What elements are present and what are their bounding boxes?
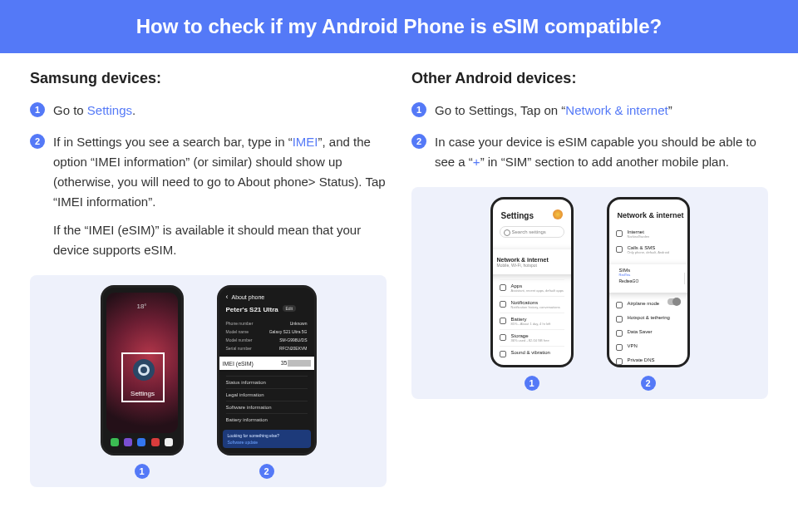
step-number-badge: 2 xyxy=(30,134,45,149)
figure-badge: 2 xyxy=(641,376,656,391)
imei-value: 35 xyxy=(281,360,311,367)
internet-icon xyxy=(616,230,623,237)
imei-label: IMEI (eSIM) xyxy=(223,361,254,367)
network-internet-link[interactable]: Network & internet xyxy=(565,103,667,117)
row-subtitle: 85% - About 1 day, 4 hr left xyxy=(511,322,551,326)
dock xyxy=(108,436,176,448)
suggestion-link: Software update xyxy=(228,440,306,445)
phone-mock-samsung-home: 18° Settings xyxy=(101,285,184,456)
text-fragment: . xyxy=(132,103,135,117)
text-fragment: Go to xyxy=(53,103,87,117)
plus-link[interactable]: + xyxy=(473,155,480,169)
list-item: VPN xyxy=(616,340,681,354)
list-item: Storage36% used - 82.04 GB free xyxy=(500,329,564,346)
dock-app-icon xyxy=(124,438,132,446)
network-title: Network & internet xyxy=(618,211,684,219)
list-item: Private DNS xyxy=(616,354,681,367)
list-item: Legal information xyxy=(226,388,308,401)
other-fig-2: Network & internet InternetNarkissGarden… xyxy=(607,197,690,391)
list-item: Hotspot & tethering xyxy=(616,312,681,326)
device-name: Peter's S21 Ultra xyxy=(226,306,278,313)
sims-carrier: RedteaGO xyxy=(619,278,690,283)
calls-icon xyxy=(616,246,623,253)
phone-mock-android-network: Network & internet InternetNarkissGarden… xyxy=(607,197,690,367)
settings-highlight-box: Settings xyxy=(121,352,165,402)
row-title: Private DNS xyxy=(628,357,655,362)
sims-subtitle: RedTea xyxy=(619,273,690,277)
sims-callout: SIMs RedTea RedteaGO + xyxy=(607,264,690,293)
dock-app-icon xyxy=(151,438,160,446)
notifications-icon xyxy=(500,301,506,308)
info-label: Model number xyxy=(226,337,253,342)
list-item: Airplane mode xyxy=(616,298,681,312)
info-label: Phone number xyxy=(226,321,254,326)
samsung-column: Samsung devices: 1 Go to Settings. 2 If … xyxy=(30,70,387,487)
info-value: Galaxy S21 Ultra 5G xyxy=(269,329,308,334)
sound-icon xyxy=(500,351,506,357)
imei-masked xyxy=(288,360,311,367)
info-value: Unknown xyxy=(290,321,308,326)
step-text: Go to Settings. xyxy=(53,101,135,121)
row-title: VPN xyxy=(628,343,638,348)
toggle-icon xyxy=(667,298,681,305)
step-number-badge: 1 xyxy=(411,102,426,117)
step-note: If the “IMEI (eSIM)” is available it sho… xyxy=(53,220,387,260)
about-phone-title: About phone xyxy=(232,294,265,300)
apps-icon xyxy=(500,284,506,291)
avatar-icon xyxy=(553,209,563,219)
step-text: If in Settings you see a search bar, typ… xyxy=(53,132,387,260)
about-phone-header: ‹ About phone xyxy=(226,293,308,301)
row-title: Sound & vibration xyxy=(511,350,550,355)
samsung-fig-2: ‹ About phone Peter's S21 Ultra Edit Pho… xyxy=(217,285,317,479)
suggestion-question: Looking for something else? xyxy=(228,433,306,438)
page-title: How to check if my Android Phone is eSIM… xyxy=(0,0,798,53)
row-title: Data Saver xyxy=(628,329,653,334)
dock-app-icon xyxy=(111,438,119,446)
weather-widget: 18° xyxy=(103,303,181,310)
dock-app-icon xyxy=(165,438,173,446)
text-fragment: ” in “SIM” section to add another mobile… xyxy=(480,155,729,169)
list-item: Software information xyxy=(226,401,308,413)
imei-esim-callout: IMEI (eSIM) 35 xyxy=(217,357,317,370)
hotspot-icon xyxy=(616,316,623,323)
text-fragment: ” xyxy=(668,103,672,117)
vpn-icon xyxy=(616,344,623,351)
samsung-step-1: 1 Go to Settings. xyxy=(30,101,387,121)
row-subtitle: Notification history, conversations xyxy=(511,305,560,309)
content-columns: Samsung devices: 1 Go to Settings. 2 If … xyxy=(0,53,798,487)
phone-mock-samsung-about: ‹ About phone Peter's S21 Ultra Edit Pho… xyxy=(217,285,317,456)
settings-title: Settings xyxy=(501,211,534,220)
info-row: Phone numberUnknown xyxy=(226,319,308,328)
settings-link[interactable]: Settings xyxy=(87,103,132,117)
network-list-top: InternetNarkissGarden Calls & SMSOnly ph… xyxy=(616,226,681,258)
list-item: Data Saver xyxy=(616,326,681,340)
phone-mock-android-settings: Settings Search settings ⌇ Network & int… xyxy=(490,197,574,367)
info-row: Serial numberRFCN20EKVM xyxy=(226,344,308,352)
airplane-icon xyxy=(616,302,623,308)
figure-badge: 2 xyxy=(259,464,274,479)
info-value: RFCN20EKVM xyxy=(279,346,308,351)
samsung-heading: Samsung devices: xyxy=(30,70,387,87)
step-number-badge: 1 xyxy=(30,102,45,117)
samsung-step-2: 2 If in Settings you see a search bar, t… xyxy=(30,132,387,260)
storage-icon xyxy=(500,334,506,341)
figure-badge: 1 xyxy=(525,376,539,391)
about-list: Status information Legal information Sof… xyxy=(226,376,308,426)
list-item: InternetNarkissGarden xyxy=(616,226,681,242)
settings-app-label: Settings xyxy=(123,390,163,397)
dock-app-icon xyxy=(137,438,145,446)
info-label: Model name xyxy=(226,329,249,334)
list-item: Battery information xyxy=(226,413,308,426)
samsung-fig-1: 18° Settings 1 xyxy=(101,285,184,479)
info-row: Model numberSM-G998U/DS xyxy=(226,336,308,344)
device-info-rows: Phone numberUnknown Model nameGalaxy S21… xyxy=(226,319,308,352)
other-step-1: 1 Go to Settings, Tap on “Network & inte… xyxy=(411,101,768,121)
imei-link[interactable]: IMEI xyxy=(293,135,318,149)
other-column: Other Android devices: 1 Go to Settings,… xyxy=(411,70,768,487)
row-title: Airplane mode xyxy=(628,301,660,306)
row-title: Hotspot & tethering xyxy=(628,315,670,320)
text-fragment: If in Settings you see a search bar, typ… xyxy=(53,135,293,149)
datasaver-icon xyxy=(616,330,623,337)
network-list-bottom: Airplane mode Hotspot & tethering Data S… xyxy=(616,298,681,367)
row-subtitle: 36% used - 82.04 GB free xyxy=(511,338,549,342)
